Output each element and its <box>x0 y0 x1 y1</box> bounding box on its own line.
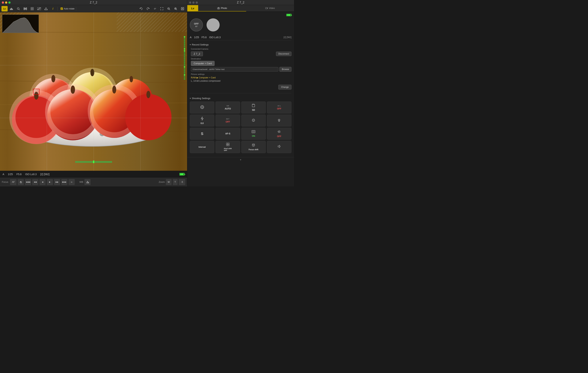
zoom-t-btn[interactable]: T <box>173 179 178 185</box>
shutter-button[interactable] <box>207 18 220 32</box>
exp-bar <box>83 161 84 163</box>
svg-point-86 <box>254 120 254 120</box>
focus-label: Focus <box>2 181 8 183</box>
toolbar-histogram-btn[interactable] <box>8 6 15 11</box>
record-settings-label: Record Settings <box>192 43 209 46</box>
connected-camera-label: Connected Camera <box>191 48 292 50</box>
toolbar-grid-btn[interactable] <box>29 6 35 11</box>
flash-tile[interactable]: 0.0 <box>190 115 214 127</box>
rotate-left-btn[interactable] <box>138 6 144 11</box>
destination-label: Destination <box>191 58 292 60</box>
panel-tabs: Lv Photo Video <box>187 5 294 12</box>
focus-shift-tile[interactable]: Focus shift <box>241 141 266 153</box>
pixel-shift-icon <box>226 142 230 147</box>
interval-label: Interval <box>199 146 206 148</box>
toolbar-levels-btn[interactable] <box>43 6 49 11</box>
focus-infinity-btn[interactable]: ∞ <box>69 179 75 185</box>
focus-near-step-btn[interactable]: ◀ <box>40 179 46 185</box>
ael-tile[interactable]: AE-L OFF <box>267 101 292 114</box>
af-mode-btn[interactable]: AF <box>10 179 16 185</box>
svg-point-93 <box>279 131 279 132</box>
browse-button[interactable]: Browse <box>279 67 292 72</box>
zoom-out-btn[interactable] <box>166 6 172 11</box>
metering-tile[interactable] <box>190 101 214 114</box>
svg-rect-96 <box>226 145 228 146</box>
bracket-on-value: ON <box>252 135 255 137</box>
focus-near-btn[interactable]: ▶▶ <box>54 179 60 185</box>
status-mode: A <box>2 173 4 176</box>
close-button[interactable] <box>2 1 4 4</box>
auto-rotate-control: Auto rotate <box>61 8 74 10</box>
zoom-w-btn[interactable]: W <box>166 179 171 185</box>
toolbar-focus-btn[interactable] <box>22 6 28 11</box>
record-settings-header[interactable]: ▾ Record Settings <box>190 43 292 47</box>
face-detect-tile[interactable] <box>241 115 266 127</box>
tab-lv[interactable]: Lv <box>187 5 198 11</box>
status-frames: [2] [582] <box>40 173 50 176</box>
pixel-shift-label: Pixel shiftOFF <box>224 148 232 151</box>
exp-bar <box>111 161 112 163</box>
minimize-button[interactable] <box>5 1 7 4</box>
status-iso: ISO Lo0.3 <box>25 173 37 176</box>
toolbar-info-btn[interactable]: i <box>50 6 56 11</box>
exp-bar <box>80 161 81 163</box>
bkt-tile[interactable]: BKT OFF <box>215 115 240 127</box>
stabilize-tile[interactable]: OFF <box>267 128 292 140</box>
auto-rotate-checkbox[interactable] <box>61 8 63 10</box>
wb-tile[interactable]: WB AUTO <box>215 101 240 114</box>
focus-far-far-btn[interactable]: ◀◀◀ <box>25 179 31 185</box>
pixel-shift-tile[interactable]: Pixel shiftOFF <box>215 141 240 153</box>
shooting-settings-header[interactable]: ▾ Shooting Settings <box>190 96 292 100</box>
focus-far-step-btn[interactable]: ▶ <box>47 179 53 185</box>
interval-tile[interactable]: Interval <box>190 141 214 153</box>
af-toggle-btn[interactable]: OFF AF <box>190 18 203 32</box>
maximize-button[interactable] <box>8 1 10 4</box>
focus-far-btn[interactable]: ◀◀ <box>32 179 38 185</box>
svg-rect-80 <box>252 104 255 107</box>
svg-point-84 <box>252 119 255 121</box>
exp-bar-left <box>75 161 76 163</box>
svg-point-72 <box>218 8 219 9</box>
change-button[interactable]: Change <box>278 85 292 89</box>
exp-bar <box>104 161 104 163</box>
empty-tile[interactable] <box>267 141 292 153</box>
svg-rect-68 <box>117 12 187 32</box>
focus-near-far-btn[interactable]: ▶▶▶ <box>61 179 67 185</box>
zoom-in-btn[interactable] <box>173 6 179 11</box>
shooting-grid-1: WB AUTO SD AE-L OFF <box>190 101 292 114</box>
exp-bar <box>96 161 97 163</box>
wb-picker-btn[interactable] <box>84 179 91 185</box>
liveview-area <box>0 12 187 171</box>
exp-bar <box>91 161 92 163</box>
exp-bar <box>108 161 109 163</box>
toolbar-zoom-btn[interactable] <box>15 6 21 11</box>
zoom-value-display: -5 <box>179 179 185 185</box>
sd-tile[interactable]: SD <box>241 101 266 114</box>
svg-line-23 <box>169 9 170 10</box>
s-tile[interactable]: S <box>190 128 214 140</box>
exp-bar <box>106 161 106 163</box>
tab-photo[interactable]: Photo <box>198 5 246 11</box>
info-aperture: F5.6 <box>202 36 207 39</box>
angle-btn[interactable]: ·0° <box>152 6 158 11</box>
fullscreen-btn[interactable] <box>159 6 165 11</box>
toolbar-lv-btn[interactable]: Lv <box>1 6 8 11</box>
svg-point-53 <box>130 76 133 82</box>
tab-video[interactable]: Video <box>246 5 294 11</box>
toolbar-zebra-btn[interactable] <box>36 6 42 11</box>
s-icon: S <box>201 132 203 136</box>
right-close-button <box>189 1 191 4</box>
bracket-on-tile[interactable]: ON <box>241 128 266 140</box>
bkt-tile-label: BKT <box>226 118 230 120</box>
subject-detect-tile[interactable] <box>267 115 292 127</box>
picture-format-row: L, 14-bit Lossless compressed <box>191 80 292 82</box>
af-s-tile[interactable]: AF-S <box>215 128 240 140</box>
fit-btn[interactable] <box>179 6 186 11</box>
focus-hand-btn[interactable] <box>18 179 24 185</box>
svg-rect-9 <box>26 8 27 9</box>
histogram-overlay <box>2 15 39 33</box>
destination-button[interactable]: Computer + Card <box>191 61 215 66</box>
svg-rect-3 <box>12 8 12 10</box>
rotate-right-btn[interactable] <box>145 6 151 11</box>
disconnect-button[interactable]: Disconnect <box>276 52 292 56</box>
